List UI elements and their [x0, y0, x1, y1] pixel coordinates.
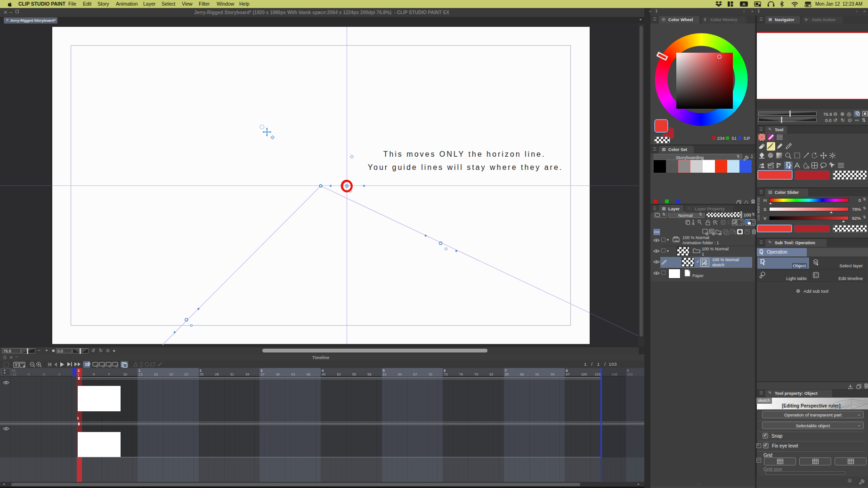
svg-text:A: A [742, 1, 746, 7]
